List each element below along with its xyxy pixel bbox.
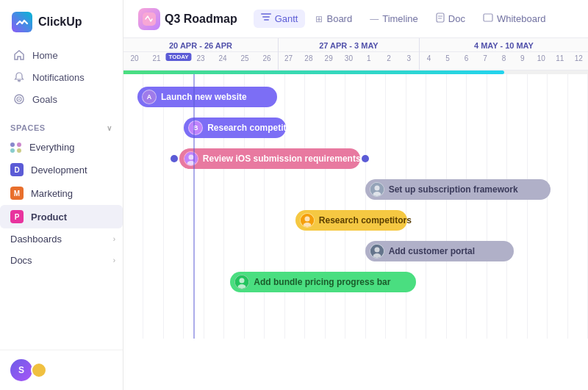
gantt-container[interactable]: 20 APR - 26 APR 20 21 22 TODAY 23 24 25 … bbox=[123, 38, 588, 390]
date-section-2: 27 APR - 3 MAY 27 28 29 30 1 2 3 bbox=[279, 38, 420, 70]
svg-rect-0 bbox=[12, 12, 32, 32]
bar-subscription[interactable]: Set up subscription framework bbox=[365, 179, 551, 200]
date-cell: 11 bbox=[551, 52, 569, 70]
date-cell: 4 bbox=[420, 52, 438, 70]
product-icon: P bbox=[10, 210, 24, 223]
secondary-avatar[interactable] bbox=[31, 362, 47, 378]
date-cell: 9 bbox=[513, 52, 531, 70]
bar-portal[interactable]: Add customer portal bbox=[365, 241, 514, 261]
user-avatar[interactable]: S bbox=[10, 359, 32, 381]
tab-whiteboard-label: Whiteboard bbox=[497, 13, 545, 24]
home-label: Home bbox=[32, 50, 58, 61]
connector-dot-right bbox=[362, 155, 369, 162]
date-section-1-label: 20 APR - 26 APR bbox=[169, 41, 232, 50]
sidebar-item-development[interactable]: D Development bbox=[0, 158, 123, 181]
bar-research-2[interactable]: Research competitors bbox=[295, 210, 407, 231]
logo-text: ClickUp bbox=[38, 15, 82, 29]
date-cell: 6 bbox=[457, 52, 476, 70]
bar-label-ios: Review iOS submission requirements bbox=[203, 154, 361, 164]
sidebar-item-product[interactable]: P Product bbox=[0, 205, 123, 228]
bar-bundle[interactable]: Add bundle pricing progress bar bbox=[230, 272, 416, 292]
svg-point-16 bbox=[374, 186, 379, 191]
bar-avatar-launch: A bbox=[142, 90, 157, 104]
bar-avatar-research1: B bbox=[188, 120, 203, 135]
date-cell: 10 bbox=[532, 52, 551, 70]
spaces-chevron[interactable]: ∨ bbox=[107, 124, 112, 132]
date-cell: 24 bbox=[212, 52, 234, 70]
logo-area: ClickUp bbox=[0, 0, 123, 41]
tab-board[interactable]: ⊞ Board bbox=[308, 10, 359, 28]
bar-ios[interactable]: Review iOS submission requirements ⋮⋮ bbox=[179, 148, 360, 169]
svg-point-22 bbox=[374, 248, 379, 253]
dashboards-label: Dashboards bbox=[10, 234, 62, 245]
bar-avatar-research2 bbox=[300, 213, 315, 228]
development-label: Development bbox=[31, 165, 87, 176]
bar-avatar-bundle bbox=[234, 275, 249, 289]
bar-research-1[interactable]: B Research competitors bbox=[184, 118, 286, 138]
date-cell: 20 bbox=[123, 52, 146, 70]
date-cell-today: 22 TODAY bbox=[168, 52, 190, 70]
date-section-3-label: 4 MAY - 10 MAY bbox=[474, 41, 534, 50]
bar-avatar-subscription bbox=[370, 182, 384, 197]
tab-whiteboard[interactable]: Whiteboard bbox=[476, 10, 553, 28]
svg-rect-11 bbox=[484, 14, 492, 21]
sidebar: ClickUp Home Notifications Goals Spaces … bbox=[0, 0, 123, 390]
marketing-icon: M bbox=[10, 187, 24, 200]
svg-point-25 bbox=[240, 278, 245, 284]
dashboards-chevron: › bbox=[113, 235, 115, 243]
connector-dot-left bbox=[171, 155, 178, 162]
date-cell: 23 bbox=[190, 52, 212, 70]
date-cell: 2 bbox=[379, 52, 398, 70]
svg-rect-7 bbox=[264, 19, 269, 21]
tab-timeline[interactable]: — Timeline bbox=[362, 10, 426, 28]
date-cell: 28 bbox=[298, 52, 318, 70]
date-cell: 30 bbox=[339, 52, 359, 70]
svg-rect-8 bbox=[437, 13, 444, 22]
everything-icon bbox=[10, 142, 22, 153]
svg-rect-5 bbox=[261, 13, 271, 15]
bar-label-launch: Launch new website bbox=[161, 92, 247, 102]
sidebar-item-goals[interactable]: Goals bbox=[6, 88, 117, 110]
tab-gantt[interactable]: Gantt bbox=[254, 10, 306, 28]
bar-label-subscription: Set up subscription framework bbox=[389, 184, 518, 195]
marketing-label: Marketing bbox=[31, 188, 73, 199]
date-cell: 21 bbox=[146, 52, 168, 70]
bar-launch-website[interactable]: A Launch new website bbox=[137, 87, 277, 107]
docs-chevron: › bbox=[113, 256, 115, 264]
tab-doc[interactable]: Doc bbox=[429, 9, 473, 29]
bar-handle-ios: ⋮⋮ bbox=[368, 155, 383, 163]
svg-rect-6 bbox=[262, 16, 270, 18]
sidebar-item-everything[interactable]: Everything bbox=[0, 137, 123, 158]
date-cell: 29 bbox=[319, 52, 339, 70]
bell-icon bbox=[13, 71, 25, 83]
spaces-label: Spaces bbox=[10, 123, 46, 132]
sidebar-nav: Home Notifications Goals bbox=[0, 41, 123, 113]
home-icon bbox=[13, 49, 25, 61]
sidebar-item-notifications[interactable]: Notifications bbox=[6, 66, 117, 88]
everything-label: Everything bbox=[29, 142, 74, 153]
date-cell: 27 bbox=[279, 52, 298, 70]
sidebar-item-marketing[interactable]: M Marketing bbox=[0, 181, 123, 205]
sidebar-item-home[interactable]: Home bbox=[6, 44, 117, 66]
today-pill: TODAY bbox=[165, 53, 191, 61]
header: Q3 Roadmap Gantt ⊞ Board — Timeline bbox=[123, 0, 588, 38]
bar-label-research2: Research competitors bbox=[319, 215, 412, 225]
svg-point-19 bbox=[304, 217, 309, 222]
docs-item[interactable]: Docs › bbox=[0, 250, 123, 271]
tab-gantt-label: Gantt bbox=[275, 13, 298, 24]
doc-icon bbox=[436, 12, 445, 25]
date-cell: 8 bbox=[495, 52, 513, 70]
bar-label-portal: Add customer portal bbox=[389, 246, 475, 256]
development-icon: D bbox=[10, 163, 24, 176]
svg-point-3 bbox=[18, 98, 20, 100]
gantt-bars: A Launch new website B Research competit… bbox=[123, 74, 588, 339]
docs-label: Docs bbox=[10, 255, 32, 266]
main-content: Q3 Roadmap Gantt ⊞ Board — Timeline bbox=[123, 0, 588, 390]
bar-label-bundle: Add bundle pricing progress bar bbox=[254, 277, 390, 287]
project-icon bbox=[138, 8, 160, 30]
gantt-icon bbox=[261, 13, 271, 24]
header-tabs: Gantt ⊞ Board — Timeline Doc bbox=[254, 9, 553, 29]
dashboards-item[interactable]: Dashboards › bbox=[0, 228, 123, 250]
date-cell: 26 bbox=[256, 52, 278, 70]
timeline-icon: — bbox=[370, 14, 379, 24]
